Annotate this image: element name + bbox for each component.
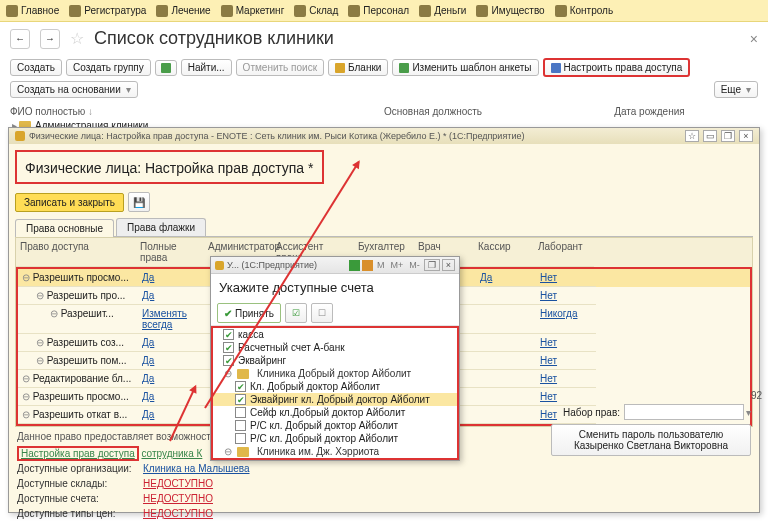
menu-item[interactable]: Лечение (156, 5, 210, 17)
cancel-find-button[interactable]: Отменить поиск (236, 59, 324, 76)
app-icon (15, 131, 25, 141)
edit-template-button[interactable]: Изменить шаблон анкеты (392, 59, 538, 76)
title-bar: ← → ☆ Список сотрудников клиники × (0, 22, 768, 55)
menu-item[interactable]: Маркетинг (221, 5, 285, 17)
more-button[interactable]: Еще▾ (714, 81, 758, 98)
rights-window: Физические лица: Настройка прав доступа … (8, 127, 760, 145)
create-group-button[interactable]: Создать группу (66, 59, 151, 76)
menu-item[interactable]: Имущество (476, 5, 544, 17)
window-title-bar: Физические лица: Настройка прав доступа … (9, 128, 759, 144)
menu-item[interactable]: Деньги (419, 5, 466, 17)
forms-button[interactable]: Бланки (328, 59, 388, 76)
menu-item[interactable]: Главное (6, 5, 59, 17)
menu-item[interactable]: Контроль (555, 5, 613, 17)
menu-item[interactable]: Регистратура (69, 5, 146, 17)
create-from-button[interactable]: Создать на основании▾ (10, 81, 138, 98)
copy-button[interactable] (155, 60, 177, 76)
window-min-icon[interactable]: ☆ (685, 130, 699, 142)
window-tool-icon[interactable]: ▭ (703, 130, 717, 142)
menu-item[interactable]: Персонал (348, 5, 409, 17)
close-icon[interactable]: × (750, 31, 758, 47)
toolbar: Создать Создать группу Найти... Отменить… (0, 55, 768, 104)
create-button[interactable]: Создать (10, 59, 62, 76)
window-max-icon[interactable]: ❐ (721, 130, 735, 142)
main-menu: Главное Регистратура Лечение Маркетинг С… (0, 0, 768, 22)
window-close-icon[interactable]: × (739, 130, 753, 142)
favorite-icon[interactable]: ☆ (70, 29, 84, 48)
nav-back-button[interactable]: ← (10, 29, 30, 49)
setup-rights-button[interactable]: Настроить права доступа (543, 58, 691, 77)
find-button[interactable]: Найти... (181, 59, 232, 76)
list-column-headers: ФИО полностью ↓ Основная должность Дата … (0, 104, 768, 119)
nav-forward-button[interactable]: → (40, 29, 60, 49)
page-title: Список сотрудников клиники (94, 28, 334, 49)
menu-item[interactable]: Склад (294, 5, 338, 17)
